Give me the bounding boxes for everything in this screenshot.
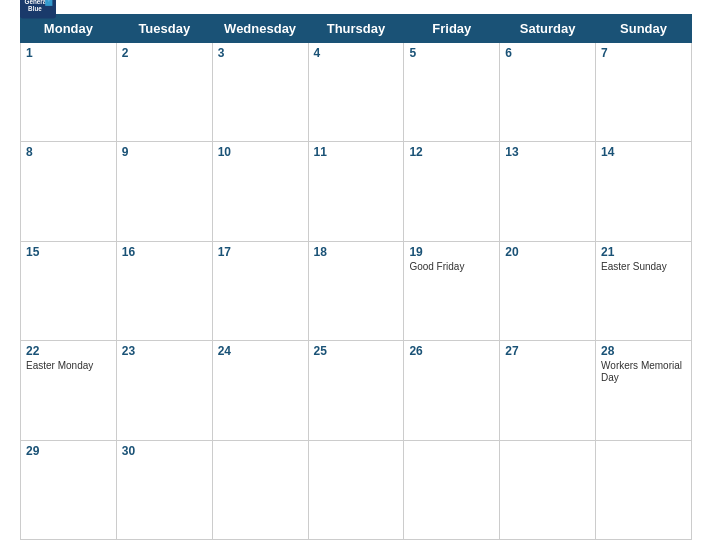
calendar-cell: 16 xyxy=(116,241,212,340)
calendar-cell: 3 xyxy=(212,43,308,142)
holiday-label: Good Friday xyxy=(409,261,494,273)
calendar-cell: 22Easter Monday xyxy=(21,341,117,440)
day-number: 6 xyxy=(505,46,590,60)
day-number: 9 xyxy=(122,145,207,159)
day-number: 10 xyxy=(218,145,303,159)
day-number: 14 xyxy=(601,145,686,159)
calendar-cell: 20 xyxy=(500,241,596,340)
weekday-header-thursday: Thursday xyxy=(308,15,404,43)
holiday-label: Easter Sunday xyxy=(601,261,686,273)
calendar-cell: 21Easter Sunday xyxy=(596,241,692,340)
day-number: 19 xyxy=(409,245,494,259)
day-number: 5 xyxy=(409,46,494,60)
day-number: 26 xyxy=(409,344,494,358)
day-number: 22 xyxy=(26,344,111,358)
weekday-header-row: MondayTuesdayWednesdayThursdayFridaySatu… xyxy=(21,15,692,43)
calendar-cell: 14 xyxy=(596,142,692,241)
weekday-header-friday: Friday xyxy=(404,15,500,43)
calendar-cell: 5 xyxy=(404,43,500,142)
week-row-4: 22Easter Monday232425262728Workers Memor… xyxy=(21,341,692,440)
calendar-cell xyxy=(500,440,596,539)
day-number: 21 xyxy=(601,245,686,259)
day-number: 1 xyxy=(26,46,111,60)
calendar-cell: 29 xyxy=(21,440,117,539)
day-number: 16 xyxy=(122,245,207,259)
day-number: 24 xyxy=(218,344,303,358)
calendar-cell: 7 xyxy=(596,43,692,142)
calendar-cell: 27 xyxy=(500,341,596,440)
day-number: 2 xyxy=(122,46,207,60)
weekday-header-wednesday: Wednesday xyxy=(212,15,308,43)
day-number: 29 xyxy=(26,444,111,458)
day-number: 8 xyxy=(26,145,111,159)
day-number: 18 xyxy=(314,245,399,259)
calendar-cell: 12 xyxy=(404,142,500,241)
calendar-cell: 28Workers Memorial Day xyxy=(596,341,692,440)
calendar-cell: 17 xyxy=(212,241,308,340)
calendar-cell: 26 xyxy=(404,341,500,440)
week-row-5: 2930 xyxy=(21,440,692,539)
day-number: 7 xyxy=(601,46,686,60)
calendar-cell: 23 xyxy=(116,341,212,440)
day-number: 11 xyxy=(314,145,399,159)
calendar-cell: 24 xyxy=(212,341,308,440)
calendar-cell: 11 xyxy=(308,142,404,241)
calendar-cell: 13 xyxy=(500,142,596,241)
day-number: 15 xyxy=(26,245,111,259)
calendar-cell: 19Good Friday xyxy=(404,241,500,340)
calendar-cell: 9 xyxy=(116,142,212,241)
calendar-table: MondayTuesdayWednesdayThursdayFridaySatu… xyxy=(20,14,692,540)
day-number: 28 xyxy=(601,344,686,358)
calendar-cell: 2 xyxy=(116,43,212,142)
generalblue-logo: General Blue xyxy=(20,0,56,29)
day-number: 13 xyxy=(505,145,590,159)
day-number: 30 xyxy=(122,444,207,458)
weekday-header-tuesday: Tuesday xyxy=(116,15,212,43)
week-row-1: 1234567 xyxy=(21,43,692,142)
calendar-cell: 15 xyxy=(21,241,117,340)
svg-text:Blue: Blue xyxy=(28,5,42,12)
day-number: 17 xyxy=(218,245,303,259)
calendar-cell xyxy=(404,440,500,539)
calendar-cell: 1 xyxy=(21,43,117,142)
calendar-cell: 4 xyxy=(308,43,404,142)
calendar-cell: 18 xyxy=(308,241,404,340)
calendar-cell: 30 xyxy=(116,440,212,539)
day-number: 23 xyxy=(122,344,207,358)
weekday-header-sunday: Sunday xyxy=(596,15,692,43)
holiday-label: Workers Memorial Day xyxy=(601,360,686,384)
calendar-cell xyxy=(308,440,404,539)
calendar-cell: 8 xyxy=(21,142,117,241)
week-row-2: 891011121314 xyxy=(21,142,692,241)
day-number: 3 xyxy=(218,46,303,60)
day-number: 20 xyxy=(505,245,590,259)
holiday-label: Easter Monday xyxy=(26,360,111,372)
day-number: 27 xyxy=(505,344,590,358)
calendar-cell: 10 xyxy=(212,142,308,241)
calendar-cell: 25 xyxy=(308,341,404,440)
svg-text:General: General xyxy=(25,0,49,5)
week-row-3: 1516171819Good Friday2021Easter Sunday xyxy=(21,241,692,340)
calendar-cell: 6 xyxy=(500,43,596,142)
day-number: 12 xyxy=(409,145,494,159)
calendar-cell xyxy=(212,440,308,539)
weekday-header-saturday: Saturday xyxy=(500,15,596,43)
calendar-cell xyxy=(596,440,692,539)
day-number: 4 xyxy=(314,46,399,60)
day-number: 25 xyxy=(314,344,399,358)
